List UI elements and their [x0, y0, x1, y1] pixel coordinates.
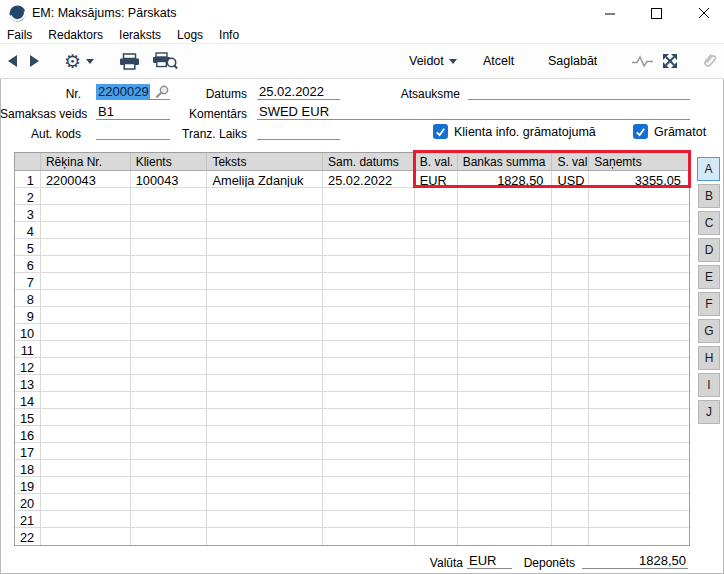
grid-cell[interactable]: [589, 443, 689, 459]
grid-cell[interactable]: [41, 256, 131, 272]
grid-cell[interactable]: USD: [552, 171, 589, 187]
grid-cell[interactable]: [458, 222, 553, 238]
grid-cell[interactable]: [131, 307, 208, 323]
grid-cell[interactable]: [552, 511, 589, 527]
grid-cell[interactable]: [458, 426, 553, 442]
grid-cell[interactable]: [552, 256, 589, 272]
lookup-magnifier-icon[interactable]: [155, 85, 170, 99]
grid-cell[interactable]: [131, 511, 208, 527]
grid-cell[interactable]: [552, 307, 589, 323]
grid-cell[interactable]: [207, 358, 323, 374]
nr-field[interactable]: 2200029: [96, 84, 170, 100]
side-tab-a[interactable]: A: [697, 157, 720, 181]
grid-cell[interactable]: [415, 375, 458, 391]
grid-cell[interactable]: [552, 460, 589, 476]
grid-cell[interactable]: [131, 358, 208, 374]
col-header-bankas-summa[interactable]: Bankas summa: [458, 153, 553, 170]
grid-cell[interactable]: EUR: [415, 171, 458, 187]
grid-cell[interactable]: [207, 511, 323, 527]
samaksas-veids-field[interactable]: B1: [96, 104, 170, 120]
table-row[interactable]: 19: [15, 477, 689, 494]
grid-cell[interactable]: [552, 426, 589, 442]
grid-cell[interactable]: [458, 443, 553, 459]
grid-cell[interactable]: [415, 460, 458, 476]
grid-cell[interactable]: [323, 307, 415, 323]
grid-cell[interactable]: 3355,05: [589, 171, 689, 187]
grid-cell[interactable]: [415, 239, 458, 255]
grid-cell[interactable]: [415, 477, 458, 493]
grid-cell[interactable]: [458, 341, 553, 357]
grid-cell[interactable]: [589, 324, 689, 340]
side-tab-d[interactable]: D: [698, 238, 720, 262]
table-row[interactable]: 12200043100043Amelija Zdanjuk25.02.2022E…: [15, 171, 689, 188]
grid-cell[interactable]: [415, 511, 458, 527]
grid-cell[interactable]: [131, 205, 208, 221]
grid-cell[interactable]: [323, 205, 415, 221]
grid-cell[interactable]: [323, 426, 415, 442]
grid-cell[interactable]: [415, 528, 458, 545]
grid-cell[interactable]: [458, 460, 553, 476]
menu-info[interactable]: Info: [219, 28, 239, 42]
grid-cell[interactable]: [415, 290, 458, 306]
grid-cell[interactable]: [323, 222, 415, 238]
grid-cell[interactable]: [41, 443, 131, 459]
grid-cell[interactable]: [552, 358, 589, 374]
grid-cell[interactable]: [131, 341, 208, 357]
minimize-button[interactable]: [595, 2, 625, 24]
grid-cell[interactable]: [323, 511, 415, 527]
grid-cell[interactable]: [207, 460, 323, 476]
grid-cell[interactable]: [552, 239, 589, 255]
grid-cell[interactable]: [207, 375, 323, 391]
tranz-laiks-field[interactable]: [257, 124, 340, 140]
grid-cell[interactable]: [323, 273, 415, 289]
table-row[interactable]: 14: [15, 392, 689, 409]
col-header-sanemts[interactable]: Saņemts: [589, 153, 689, 170]
menu-fails[interactable]: Fails: [7, 28, 32, 42]
menu-logs[interactable]: Logs: [177, 28, 203, 42]
table-row[interactable]: 20: [15, 494, 689, 511]
grid-cell[interactable]: [415, 205, 458, 221]
table-row[interactable]: 3: [15, 205, 689, 222]
side-tab-i[interactable]: I: [698, 373, 720, 397]
grid-cell[interactable]: [207, 256, 323, 272]
side-tab-h[interactable]: H: [698, 346, 720, 370]
grid-cell[interactable]: [207, 188, 323, 204]
grid-cell[interactable]: [552, 324, 589, 340]
grid-cell[interactable]: [323, 443, 415, 459]
table-row[interactable]: 9: [15, 307, 689, 324]
table-row[interactable]: 13: [15, 375, 689, 392]
grid-cell[interactable]: [458, 477, 553, 493]
table-row[interactable]: 6: [15, 256, 689, 273]
side-tab-f[interactable]: F: [698, 292, 720, 316]
grid-cell[interactable]: [589, 205, 689, 221]
grid-cell[interactable]: [207, 273, 323, 289]
deponets-field[interactable]: 1828,50: [582, 553, 688, 569]
saglabat-button[interactable]: Saglabāt: [548, 44, 597, 78]
grid-cell[interactable]: [415, 358, 458, 374]
grid-cell[interactable]: [589, 460, 689, 476]
table-row[interactable]: 5: [15, 239, 689, 256]
table-row[interactable]: 4: [15, 222, 689, 239]
table-row[interactable]: 7: [15, 273, 689, 290]
grid-cell[interactable]: [323, 341, 415, 357]
grid-cell[interactable]: [552, 528, 589, 545]
grid-cell[interactable]: [207, 426, 323, 442]
grid-cell[interactable]: [589, 307, 689, 323]
grid-cell[interactable]: [207, 222, 323, 238]
grid-cell[interactable]: [415, 188, 458, 204]
grid-cell[interactable]: [552, 273, 589, 289]
atcelt-button[interactable]: Atcelt: [483, 44, 514, 78]
grid-cell[interactable]: [41, 205, 131, 221]
checkbox-gramatot[interactable]: Grāmatot: [633, 124, 706, 139]
grid-cell[interactable]: [131, 409, 208, 425]
table-row[interactable]: 15: [15, 409, 689, 426]
grid-cell[interactable]: [589, 426, 689, 442]
grid-cell[interactable]: [131, 222, 208, 238]
grid-cell[interactable]: [131, 239, 208, 255]
grid-cell[interactable]: [323, 460, 415, 476]
col-header-teksts[interactable]: Teksts: [207, 153, 323, 170]
grid-cell[interactable]: [589, 188, 689, 204]
grid-cell[interactable]: [41, 392, 131, 408]
grid-cell[interactable]: [41, 273, 131, 289]
grid-cell[interactable]: [41, 239, 131, 255]
